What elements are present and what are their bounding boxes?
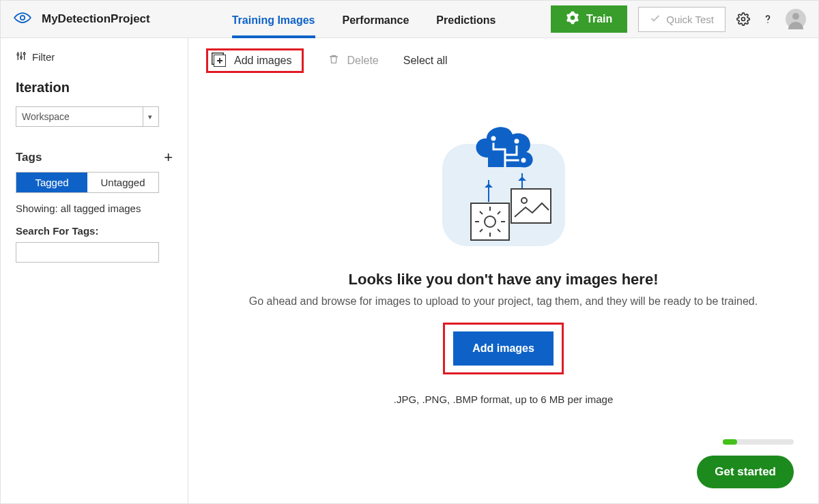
segment-tagged[interactable]: Tagged <box>16 173 87 192</box>
svg-point-2 <box>767 22 768 23</box>
eye-logo-icon <box>13 11 32 27</box>
header-actions: Train Quick Test <box>551 5 806 33</box>
add-images-highlight: Add images <box>443 323 564 374</box>
toolbar-delete: Delete <box>328 53 379 68</box>
main-panel: Add images Delete Select all <box>188 38 818 503</box>
gears-icon <box>566 11 579 27</box>
cloud-ai-icon <box>468 122 543 173</box>
empty-state: Looks like you don't have any images her… <box>224 117 784 405</box>
search-tags-label: Search For Tags: <box>16 225 173 237</box>
search-tags-input[interactable] <box>16 242 159 263</box>
user-avatar[interactable] <box>786 9 806 29</box>
check-icon <box>650 13 661 26</box>
quick-test-label: Quick Test <box>666 14 714 25</box>
train-button-label: Train <box>586 13 612 25</box>
toolbar-select-all-label: Select all <box>403 55 448 67</box>
tag-filter-segment: Tagged Untagged <box>16 172 159 193</box>
svg-point-12 <box>521 198 527 203</box>
tab-predictions[interactable]: Predictions <box>436 3 495 38</box>
quick-test-button: Quick Test <box>638 7 725 32</box>
sliders-icon <box>16 50 27 63</box>
tags-heading: Tags <box>16 151 42 164</box>
iteration-select-value: Workspace <box>22 111 70 122</box>
iteration-select[interactable]: Workspace <box>16 106 159 127</box>
add-images-button[interactable]: Add images <box>453 331 554 366</box>
svg-point-7 <box>20 57 23 59</box>
filter-header[interactable]: Filter <box>16 50 173 63</box>
tab-training-images[interactable]: Training Images <box>232 3 315 38</box>
settings-icon[interactable] <box>736 12 750 26</box>
train-button[interactable]: Train <box>551 5 627 33</box>
showing-text: Showing: all tagged images <box>16 203 173 214</box>
svg-point-10 <box>513 138 520 145</box>
toolbar-add-images[interactable]: Add images <box>206 48 304 73</box>
svg-point-1 <box>742 18 745 21</box>
filter-label: Filter <box>32 51 55 63</box>
svg-line-20 <box>480 229 483 232</box>
svg-point-11 <box>520 157 527 164</box>
get-started-button[interactable]: Get started <box>697 456 794 488</box>
empty-heading: Looks like you don't have any images her… <box>224 271 784 288</box>
top-header: MyDetectionProject Training Images Perfo… <box>1 1 818 38</box>
add-tag-button[interactable]: + <box>164 150 173 165</box>
help-icon[interactable] <box>761 12 775 26</box>
image-toolbar: Add images Delete Select all <box>188 38 818 83</box>
progress-bar <box>723 439 794 445</box>
project-home[interactable]: MyDetectionProject <box>13 11 150 27</box>
trash-icon <box>328 53 339 68</box>
iteration-heading: Iteration <box>16 80 173 95</box>
toolbar-select-all[interactable]: Select all <box>403 55 448 67</box>
empty-subheading: Go ahead and browse for images to upload… <box>224 295 784 308</box>
svg-line-19 <box>498 229 500 232</box>
tab-performance[interactable]: Performance <box>343 3 410 38</box>
segment-untagged[interactable]: Untagged <box>87 173 158 192</box>
add-images-icon <box>214 55 226 67</box>
empty-state-illustration <box>439 117 569 253</box>
svg-point-0 <box>20 16 25 20</box>
svg-point-8 <box>23 53 25 55</box>
svg-point-6 <box>17 54 19 56</box>
main-tabs: Training Images Performance Predictions <box>232 1 496 38</box>
filter-sidebar: Filter Iteration Workspace Tags + Tagged… <box>1 38 188 503</box>
svg-point-9 <box>490 135 497 142</box>
svg-line-18 <box>480 211 483 214</box>
accepted-formats: .JPG, .PNG, .BMP format, up to 6 MB per … <box>224 394 784 405</box>
toolbar-delete-label: Delete <box>347 55 379 67</box>
svg-point-13 <box>485 216 495 227</box>
project-title: MyDetectionProject <box>42 12 150 26</box>
toolbar-add-images-label: Add images <box>234 55 292 67</box>
svg-line-21 <box>498 211 500 214</box>
